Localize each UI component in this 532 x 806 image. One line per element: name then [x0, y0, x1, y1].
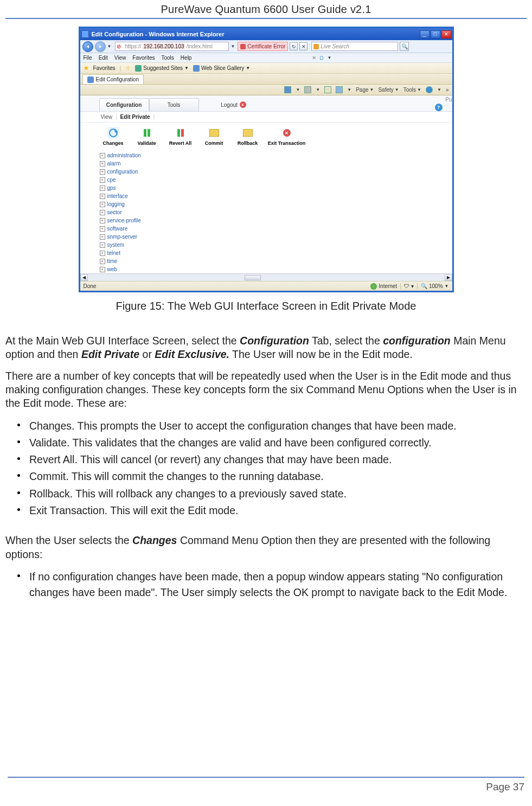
expand-icon[interactable]: + [100, 234, 105, 240]
tree-item[interactable]: +sector [100, 208, 452, 216]
nav-dropdown-icon[interactable]: ▼ [107, 44, 112, 49]
tool-rollback[interactable]: Rollback [232, 127, 264, 146]
revert-icon [175, 127, 187, 139]
menu-view[interactable]: View [114, 55, 126, 61]
horizontal-scrollbar[interactable]: ◀ ▶ [80, 273, 452, 281]
tool-commit[interactable]: Commit [198, 127, 230, 146]
tree-item[interactable]: +logging [100, 200, 452, 208]
expand-icon[interactable]: + [100, 177, 105, 183]
expand-icon[interactable]: + [100, 226, 105, 232]
print-icon[interactable] [336, 86, 343, 93]
refresh-button[interactable]: ↻ [290, 42, 298, 50]
read-mail-icon[interactable] [324, 86, 331, 93]
list-item: Exit Transaction. This will exit the Edi… [29, 503, 527, 519]
certificate-error-badge[interactable]: Certificate Error [238, 42, 288, 51]
safety-menu[interactable]: Safety ▼ [378, 87, 399, 93]
tree-item[interactable]: +administration [100, 151, 452, 159]
close-button[interactable]: ✕ [441, 30, 451, 39]
tree-item[interactable]: +time [100, 257, 452, 265]
zoom-control[interactable]: 🔍 100% ▼ [417, 283, 449, 289]
expand-icon[interactable]: + [100, 259, 105, 264]
tool-revert-all[interactable]: Revert All [165, 127, 196, 146]
web-slice-button[interactable]: Web Slice Gallery ▼ [193, 65, 250, 72]
expand-icon[interactable]: + [100, 218, 105, 223]
tree-item[interactable]: +cpe [100, 176, 452, 184]
back-button[interactable] [82, 41, 93, 52]
expand-icon[interactable]: + [100, 202, 105, 207]
search-provider-icon [313, 44, 319, 49]
scroll-track[interactable] [88, 274, 445, 281]
tree-item[interactable]: +software [100, 225, 452, 233]
tree-item[interactable]: +web [100, 265, 452, 273]
help-cmdbar-icon[interactable] [426, 86, 433, 93]
home-icon[interactable] [284, 86, 291, 93]
tree-item[interactable]: +gps [100, 184, 452, 192]
search-placeholder: Live Search [321, 43, 349, 49]
forward-button[interactable] [95, 41, 106, 52]
tree-item[interactable]: +snmp-server [100, 233, 452, 241]
page-number: Page 37 [8, 781, 524, 793]
logout-x-icon: ✕ [240, 101, 246, 108]
tree-item[interactable]: +configuration [100, 168, 452, 176]
maximize-button[interactable]: □ [431, 30, 440, 39]
add-fav-icon[interactable]: ☆ [125, 65, 131, 72]
scroll-right-arrow[interactable]: ▶ [445, 274, 452, 281]
favorites-star-icon[interactable]: ★ [84, 65, 89, 72]
compat-view-icon[interactable]: 🗋 [319, 55, 324, 61]
tree-item[interactable]: +service-profile [100, 216, 452, 225]
expand-icon[interactable]: + [100, 161, 105, 167]
subtab-edit-private[interactable]: Edit Private [120, 114, 150, 120]
security-zone[interactable]: Internet [370, 283, 397, 290]
search-go-button[interactable]: 🔍 [400, 42, 409, 51]
nav-row: ▼ ⊘ https://192.168.200.103/index.html ▼… [80, 40, 452, 53]
tool-exit-transaction[interactable]: Exit Transaction [266, 127, 308, 146]
expand-icon[interactable]: + [100, 210, 105, 215]
menu-file[interactable]: File [84, 55, 92, 61]
expand-icon[interactable]: + [100, 267, 105, 272]
tree-item[interactable]: +system [100, 241, 452, 249]
chevron-more-icon[interactable]: » [446, 87, 449, 93]
subtab-view[interactable]: View [101, 114, 113, 120]
suggested-sites-button[interactable]: Suggested Sites ▼ [135, 65, 189, 72]
figure-caption: Figure 15: The Web GUI Interface Screen … [0, 300, 532, 312]
expand-icon[interactable]: + [100, 153, 105, 158]
address-bar[interactable]: ⊘ https://192.168.200.103/index.html [115, 42, 229, 51]
compat-dropdown-icon[interactable]: ▼ [327, 55, 331, 60]
tab-logout[interactable]: Logout ✕ [209, 98, 259, 111]
tree-item[interactable]: +interface [100, 192, 452, 200]
favorites-label[interactable]: Favorites [93, 65, 116, 71]
tab-title: Edit Configuration [96, 76, 139, 82]
menu-tools[interactable]: Tools [161, 55, 174, 61]
minimize-button[interactable]: _ [420, 30, 430, 39]
expand-icon[interactable]: + [100, 251, 105, 256]
expand-icon[interactable]: + [100, 169, 105, 175]
help-icon[interactable]: ? [435, 104, 443, 111]
close-tab-icon[interactable]: ✕ [312, 55, 316, 61]
scroll-thumb[interactable] [245, 275, 261, 280]
scroll-left-arrow[interactable]: ◀ [80, 274, 88, 281]
search-bar[interactable]: Live Search [311, 42, 398, 51]
expand-icon[interactable]: + [100, 242, 105, 248]
browser-tab[interactable]: Edit Configuration [82, 74, 144, 84]
stop-button[interactable]: ✕ [299, 42, 307, 50]
bullet-list: If no configuration changes have been ma… [0, 569, 532, 601]
addr-dropdown-icon[interactable]: ▼ [230, 44, 235, 49]
page-menu[interactable]: Page ▼ [356, 87, 374, 93]
tool-validate[interactable]: Validate [131, 127, 163, 146]
tree-item[interactable]: +alarm [100, 159, 452, 168]
tree-item[interactable]: +telnet [100, 249, 452, 257]
tab-configuration[interactable]: Configuration [99, 98, 149, 111]
paragraph: When the User selects the Changes Comman… [5, 534, 527, 561]
expand-icon[interactable]: + [100, 185, 105, 191]
app-toolbar: Changes Validate Revert All Commit Rollb… [80, 123, 452, 148]
ie-window: Edit Configuration - Windows Internet Ex… [79, 27, 454, 292]
tool-changes[interactable]: Changes [98, 127, 129, 146]
expand-icon[interactable]: + [100, 194, 105, 199]
tab-tools[interactable]: Tools [149, 98, 199, 111]
menu-favorites[interactable]: Favorites [132, 55, 155, 61]
menu-help[interactable]: Help [181, 55, 192, 61]
menu-edit[interactable]: Edit [99, 55, 108, 61]
protected-mode-icon[interactable]: 🛡 ▾ [400, 283, 414, 289]
feeds-icon[interactable] [304, 86, 311, 93]
tools-menu[interactable]: Tools ▼ [403, 87, 421, 93]
